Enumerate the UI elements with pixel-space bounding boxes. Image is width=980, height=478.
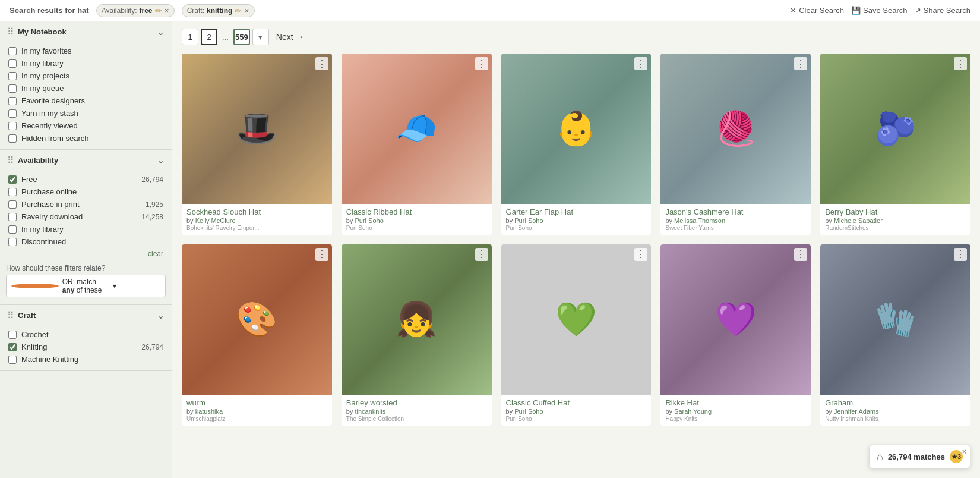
card-author-link-2[interactable]: Purl Soho [355, 217, 383, 224]
pattern-card-5[interactable]: 🫐 ⋮ Berry Baby Hat by Michele Sabatier R… [820, 54, 970, 235]
card-author-link-7[interactable]: tincanknits [355, 408, 385, 415]
discontinued-label[interactable]: Discontinued [21, 237, 163, 246]
availability-clear-link[interactable]: clear [148, 250, 163, 258]
pattern-card-8[interactable]: 💚 ⋮ Classic Cuffed Hat by Purl Soho Purl… [501, 244, 652, 426]
machine-knitting-checkbox[interactable] [8, 356, 17, 364]
craft-item-machine-knitting[interactable]: Machine Knitting [0, 353, 172, 366]
availability-item-ravelry[interactable]: Ravelry download 14,258 [0, 210, 172, 223]
hidden-checkbox[interactable] [8, 134, 17, 143]
card-author-link-4[interactable]: Melissa Thomson [674, 217, 725, 224]
card-title-8[interactable]: Classic Cuffed Hat [506, 398, 647, 407]
card-menu-button-3[interactable]: ⋮ [634, 57, 647, 70]
craft-filter-pill[interactable]: Craft: knitting ✏ × [182, 4, 255, 17]
pattern-card-3[interactable]: 👶 ⋮ Garter Ear Flap Hat by Purl Soho Pur… [501, 54, 652, 235]
card-author-link-8[interactable]: Purl Soho [514, 408, 543, 415]
card-author-link-3[interactable]: Purl Soho [514, 217, 543, 224]
card-menu-button-2[interactable]: ⋮ [475, 57, 488, 70]
pattern-card-4[interactable]: 🧶 ⋮ Jason's Cashmere Hat by Melissa Thom… [660, 54, 811, 235]
card-title-3[interactable]: Garter Ear Flap Hat [506, 207, 647, 216]
library-label[interactable]: In my library [21, 59, 163, 68]
free-label[interactable]: Free [21, 175, 137, 184]
hidden-label[interactable]: Hidden from search [21, 134, 163, 143]
recently-checkbox[interactable] [8, 122, 17, 130]
notebook-item-library[interactable]: In my library [0, 57, 172, 70]
card-author-link-10[interactable]: Jennifer Adams [834, 408, 879, 415]
fav-designers-label[interactable]: Favorite designers [21, 96, 163, 105]
card-author-link-1[interactable]: Kelly McClure [195, 217, 236, 224]
card-title-4[interactable]: Jason's Cashmere Hat [665, 207, 806, 216]
clear-search-button[interactable]: ✕ Clear Search [790, 6, 844, 15]
card-title-7[interactable]: Barley worsted [346, 398, 487, 407]
notebook-drag-handle[interactable]: ⠿ [7, 26, 14, 37]
notebook-item-favorites[interactable]: In my favorites [0, 45, 172, 57]
card-menu-button-4[interactable]: ⋮ [794, 57, 807, 70]
availability-drag-handle[interactable]: ⠿ [7, 155, 14, 166]
in-library-checkbox[interactable] [8, 225, 17, 234]
favorites-checkbox[interactable] [8, 47, 17, 55]
save-search-button[interactable]: 💾 Save Search [851, 6, 907, 15]
favorites-label[interactable]: In my favorites [21, 46, 163, 55]
card-title-9[interactable]: Rikke Hat [665, 398, 806, 407]
notebook-item-stash[interactable]: Yarn in my stash [0, 107, 172, 120]
next-button[interactable]: Next → [276, 32, 304, 42]
craft-section-toggle[interactable]: ⌄ [157, 310, 165, 321]
machine-knitting-label[interactable]: Machine Knitting [21, 355, 163, 364]
card-title-1[interactable]: Sockhead Slouch Hat [186, 207, 327, 216]
card-author-link-9[interactable]: Sarah Young [674, 408, 712, 415]
card-menu-button-10[interactable]: ⋮ [954, 248, 967, 261]
pattern-card-7[interactable]: 👧 ⋮ Barley worsted by tincanknits The Si… [342, 244, 492, 426]
notebook-section-toggle[interactable]: ⌄ [157, 26, 165, 37]
notebook-section-header[interactable]: ⠿ My Notebook ⌄ [0, 21, 172, 42]
pill-craft-close-icon[interactable]: × [244, 7, 249, 15]
card-menu-button-8[interactable]: ⋮ [634, 248, 647, 261]
purchase-online-checkbox[interactable] [8, 188, 17, 196]
notebook-item-fav-designers[interactable]: Favorite designers [0, 95, 172, 107]
knitting-checkbox[interactable] [8, 343, 17, 351]
last-page-button[interactable]: 559 [233, 29, 250, 45]
card-menu-button-5[interactable]: ⋮ [954, 57, 967, 70]
relate-dropdown[interactable]: OR: match any of these ▾ [6, 275, 166, 297]
crochet-checkbox[interactable] [8, 331, 17, 339]
ravelry-download-checkbox[interactable] [8, 213, 17, 221]
purchase-print-checkbox[interactable] [8, 200, 17, 209]
notebook-item-hidden[interactable]: Hidden from search [0, 132, 172, 144]
stash-label[interactable]: Yarn in my stash [21, 109, 163, 118]
crochet-label[interactable]: Crochet [21, 330, 163, 339]
stash-checkbox[interactable] [8, 109, 17, 118]
page-2-button[interactable]: 2 [201, 29, 217, 45]
purchase-online-label[interactable]: Purchase online [21, 187, 163, 196]
pill-availability-edit-icon[interactable]: ✏ [155, 6, 162, 15]
card-menu-button-9[interactable]: ⋮ [794, 248, 807, 261]
pattern-card-6[interactable]: 🎨 ⋮ wurm by katushika Umschlagplatz [182, 244, 332, 426]
free-checkbox[interactable] [8, 175, 17, 184]
pattern-card-9[interactable]: 💜 ⋮ Rikke Hat by Sarah Young Happy Knits [660, 244, 811, 426]
page-dropdown-button[interactable]: ▾ [252, 29, 269, 45]
craft-drag-handle[interactable]: ⠿ [7, 310, 14, 321]
card-author-link-6[interactable]: katushika [195, 408, 223, 415]
recently-label[interactable]: Recently viewed [21, 121, 163, 130]
pill-availability-close-icon[interactable]: × [165, 7, 169, 15]
queue-checkbox[interactable] [8, 84, 17, 93]
availability-item-purchase-online[interactable]: Purchase online [0, 185, 172, 198]
card-title-6[interactable]: wurm [186, 398, 327, 407]
queue-label[interactable]: In my queue [21, 84, 163, 93]
pattern-card-1[interactable]: 🎩 ⋮ Sockhead Slouch Hat by Kelly McClure… [182, 54, 332, 235]
badge-close-icon[interactable]: × [962, 448, 966, 456]
card-menu-button-1[interactable]: ⋮ [315, 57, 328, 70]
availability-item-purchase-print[interactable]: Purchase in print 1,925 [0, 198, 172, 210]
badge-star[interactable]: ★ 3 [950, 450, 963, 463]
in-library-label[interactable]: In my library [21, 225, 163, 234]
pill-craft-edit-icon[interactable]: ✏ [235, 6, 242, 15]
availability-section-toggle[interactable]: ⌄ [157, 155, 165, 166]
pattern-card-10[interactable]: 🧤 ⋮ Graham by Jennifer Adams Nutty Irish… [820, 244, 970, 426]
availability-item-free[interactable]: Free 26,794 [0, 173, 172, 185]
projects-checkbox[interactable] [8, 72, 17, 80]
craft-item-knitting[interactable]: Knitting 26,794 [0, 341, 172, 353]
purchase-print-label[interactable]: Purchase in print [21, 200, 141, 209]
projects-label[interactable]: In my projects [21, 71, 163, 80]
card-menu-button-7[interactable]: ⋮ [475, 248, 488, 261]
card-title-5[interactable]: Berry Baby Hat [825, 207, 966, 216]
fav-designers-checkbox[interactable] [8, 97, 17, 105]
library-checkbox[interactable] [8, 59, 17, 68]
craft-section-header[interactable]: ⠿ Craft ⌄ [0, 305, 172, 326]
